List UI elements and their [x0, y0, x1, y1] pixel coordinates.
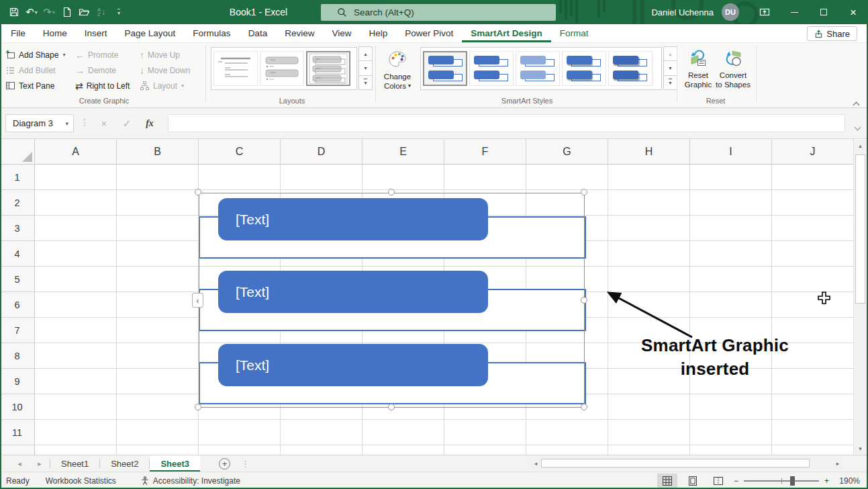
close-button[interactable]: ×: [838, 0, 868, 24]
open-file-button[interactable]: [75, 2, 93, 22]
vertical-scroll-thumb[interactable]: [855, 154, 865, 304]
cancel-button[interactable]: ×: [93, 114, 115, 132]
new-file-button[interactable]: [58, 2, 75, 22]
layout-option-2[interactable]: [260, 51, 304, 86]
tab-format[interactable]: Format: [551, 24, 597, 42]
layouts-scroll-down-button[interactable]: ▾: [358, 60, 373, 75]
previous-sheet-button[interactable]: ◂: [9, 455, 30, 472]
tab-smartart-design[interactable]: SmartArt Design: [462, 24, 551, 42]
row-header-5[interactable]: 5: [0, 267, 34, 292]
column-header-a[interactable]: A: [35, 139, 117, 164]
smartart-selection-frame[interactable]: [199, 193, 585, 408]
horizontal-scroll-thumb[interactable]: [541, 459, 810, 468]
sort-ascending-button[interactable]: AZ ↓: [93, 2, 110, 22]
row-header-2[interactable]: 2: [0, 190, 34, 216]
tab-formulas[interactable]: Formulas: [184, 24, 239, 42]
row-header-6[interactable]: 6: [0, 292, 34, 318]
add-shape-button[interactable]: Add Shape ▾: [5, 50, 75, 60]
vertical-scrollbar[interactable]: ▴ ▾: [853, 140, 867, 455]
page-break-preview-button[interactable]: [708, 474, 728, 488]
style-option-1-selected[interactable]: [423, 51, 467, 86]
sheet-tab-sheet1[interactable]: Sheet1: [50, 455, 99, 472]
page-layout-view-button[interactable]: [683, 474, 703, 488]
ribbon-display-options-button[interactable]: [750, 0, 779, 24]
row-header-8[interactable]: 8: [0, 343, 34, 369]
redo-button[interactable]: ↷ ▾: [40, 2, 58, 22]
tab-data[interactable]: Data: [240, 24, 277, 42]
expand-formula-bar-button[interactable]: [855, 120, 860, 132]
search-box[interactable]: Search (Alt+Q): [321, 4, 556, 21]
undo-button[interactable]: ↶ ▾: [23, 2, 40, 22]
scroll-down-button[interactable]: ▾: [854, 443, 867, 455]
row-header-9[interactable]: 9: [0, 369, 34, 394]
layouts-scroll-up-button[interactable]: ▴: [358, 46, 373, 61]
tab-help[interactable]: Help: [360, 24, 396, 42]
insert-function-button[interactable]: fx: [138, 114, 161, 132]
move-down-button[interactable]: ↓ Move Down: [140, 65, 201, 76]
minimize-button[interactable]: [779, 0, 809, 24]
normal-view-button[interactable]: [657, 474, 677, 488]
promote-button[interactable]: ← Promote: [75, 50, 140, 60]
resize-handle-bottom-left[interactable]: [195, 404, 201, 410]
tab-review[interactable]: Review: [276, 24, 323, 42]
column-header-b[interactable]: B: [117, 139, 199, 164]
move-up-button[interactable]: ↑ Move Up: [140, 50, 201, 60]
sheet-tab-sheet2[interactable]: Sheet2: [100, 455, 149, 472]
resize-handle-top-left[interactable]: [195, 189, 201, 195]
column-header-g[interactable]: G: [526, 139, 608, 164]
sheet-tab-sheet3-active[interactable]: Sheet3: [150, 455, 200, 472]
zoom-out-button[interactable]: −: [734, 476, 738, 486]
text-pane-toggle-button[interactable]: ‹: [192, 293, 203, 308]
resize-handle-bottom-right[interactable]: [581, 404, 587, 410]
column-header-e[interactable]: E: [363, 139, 444, 164]
zoom-level-button[interactable]: 190%: [834, 476, 860, 486]
customize-qat-button[interactable]: ▾: [110, 2, 128, 22]
text-pane-button[interactable]: Text Pane: [5, 81, 75, 91]
style-option-2[interactable]: [469, 51, 514, 86]
accessibility-status-button[interactable]: Accessibility: Investigate: [140, 476, 240, 486]
row-header-11[interactable]: 11: [0, 420, 34, 445]
column-header-f[interactable]: F: [444, 139, 526, 164]
zoom-slider-handle[interactable]: [790, 476, 795, 486]
enter-button[interactable]: ✓: [115, 114, 138, 132]
tab-home[interactable]: Home: [34, 24, 76, 42]
column-header-h[interactable]: H: [608, 139, 690, 164]
resize-handle-top-right[interactable]: [581, 189, 587, 195]
resize-handle-middle-right[interactable]: [581, 297, 587, 304]
formula-input[interactable]: [168, 114, 845, 132]
tab-power-pivot[interactable]: Power Pivot: [396, 24, 462, 42]
resize-handle-top-center[interactable]: [388, 189, 395, 195]
tab-view[interactable]: View: [323, 24, 360, 42]
layout-button[interactable]: Layout ▾: [140, 81, 201, 91]
scroll-right-button[interactable]: ▸: [832, 460, 843, 467]
workbook-statistics-button[interactable]: Workbook Statistics: [46, 476, 116, 486]
account-name[interactable]: Daniel Uchenna: [651, 7, 714, 17]
scroll-left-button[interactable]: ◂: [530, 460, 541, 467]
add-bullet-button[interactable]: Add Bullet: [5, 65, 75, 75]
style-option-4[interactable]: [562, 51, 606, 86]
styles-scroll-down-button[interactable]: ▾: [663, 60, 677, 75]
tab-file[interactable]: File: [0, 24, 34, 42]
row-header-7[interactable]: 7: [0, 318, 34, 343]
row-header-4[interactable]: 4: [0, 241, 34, 267]
column-header-c[interactable]: C: [199, 139, 281, 164]
column-header-i[interactable]: I: [690, 139, 772, 164]
tab-scrollbar-splitter[interactable]: ⋮: [241, 459, 250, 469]
avatar[interactable]: DU: [722, 3, 739, 21]
row-header-3[interactable]: 3: [0, 216, 34, 241]
demote-button[interactable]: → Demote: [75, 65, 140, 76]
next-sheet-button[interactable]: ▸: [30, 455, 50, 472]
row-header-1[interactable]: 1: [0, 165, 34, 190]
reset-graphic-button[interactable]: Reset Graphic: [682, 46, 714, 103]
layout-option-1[interactable]: [213, 51, 258, 86]
style-option-3[interactable]: [516, 51, 560, 86]
new-sheet-button[interactable]: +: [219, 458, 230, 470]
layouts-more-button[interactable]: ▾: [358, 75, 373, 90]
row-header-10[interactable]: 10: [0, 394, 34, 420]
horizontal-scrollbar[interactable]: ◂ ▸: [530, 457, 843, 469]
zoom-in-button[interactable]: +: [824, 476, 829, 486]
save-button[interactable]: [5, 2, 23, 22]
convert-to-shapes-button[interactable]: Convert to Shapes: [714, 46, 752, 103]
name-box[interactable]: Diagram 3 ▾: [5, 114, 74, 132]
change-colors-button[interactable]: Change Colors▾: [378, 46, 417, 103]
